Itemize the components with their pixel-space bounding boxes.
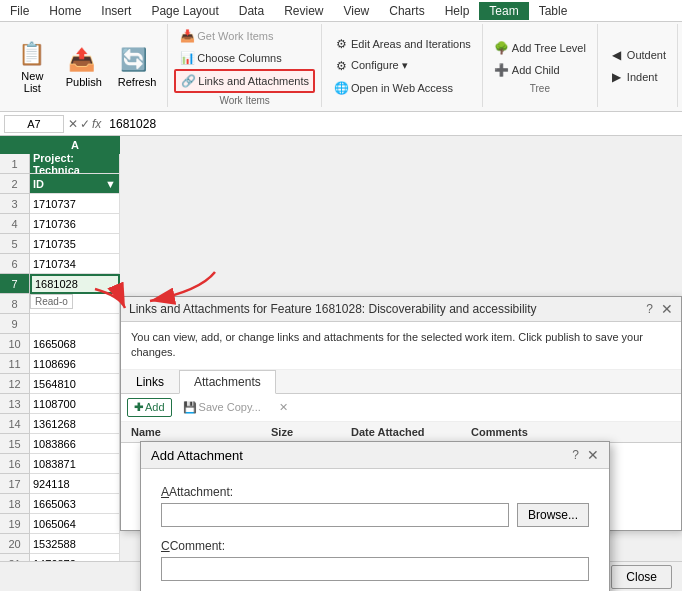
panel-info-text: You can view, add, or change links and a… — [121, 322, 681, 370]
row-num-14: 14 — [0, 414, 30, 434]
panel-help-icon[interactable]: ? — [646, 302, 653, 316]
row-num-20: 20 — [0, 534, 30, 554]
formula-cancel-icon[interactable]: ✕ — [68, 117, 78, 131]
col-date-header: Date Attached — [347, 424, 467, 440]
dialog-close-icon[interactable]: ✕ — [587, 447, 599, 463]
open-web-icon: 🌐 — [333, 80, 349, 96]
add-tree-level-button[interactable]: 🌳 Add Tree Level — [489, 37, 591, 59]
cell-a3[interactable]: 1710737 — [30, 194, 120, 214]
readonly-tooltip: Read-o — [30, 294, 73, 309]
cell-a19[interactable]: 1065064 — [30, 514, 120, 534]
publish-button[interactable]: 📤 Publish — [59, 39, 109, 93]
new-list-button[interactable]: 📋 New List — [8, 33, 57, 99]
panel-close-icon[interactable]: ✕ — [661, 301, 673, 317]
cell-a13[interactable]: 1108700 — [30, 394, 120, 414]
menu-home[interactable]: Home — [39, 2, 91, 20]
cell-a14[interactable]: 1361268 — [30, 414, 120, 434]
open-web-button[interactable]: 🌐 Open in Web Access — [328, 77, 476, 99]
cell-a5[interactable]: 1710735 — [30, 234, 120, 254]
menu-table[interactable]: Table — [529, 2, 578, 20]
get-work-items-button[interactable]: 📥 Get Work Items — [174, 25, 315, 47]
comment-input[interactable] — [161, 557, 589, 581]
row-num-16: 16 — [0, 454, 30, 474]
new-list-icon: 📋 — [15, 38, 47, 70]
cell-a7[interactable]: 1681028 — [30, 274, 120, 294]
menu-file[interactable]: File — [0, 2, 39, 20]
row-num-18: 18 — [0, 494, 30, 514]
menu-view[interactable]: View — [333, 2, 379, 20]
menu-data[interactable]: Data — [229, 2, 274, 20]
cell-a17[interactable]: 924118 — [30, 474, 120, 494]
table-row: 1 Project: Technica — [0, 154, 120, 174]
add-child-icon: ➕ — [494, 62, 510, 78]
table-row: 3 1710737 — [0, 194, 120, 214]
spreadsheet: A 1 Project: Technica 2 ID ▼ 3 1710737 4… — [0, 136, 120, 561]
save-copy-button[interactable]: 💾 Save Copy... — [176, 398, 268, 417]
dialog-titlebar: Add Attachment ? ✕ — [141, 442, 609, 469]
menu-page-layout[interactable]: Page Layout — [141, 2, 228, 20]
cell-a18[interactable]: 1665063 — [30, 494, 120, 514]
cell-reference[interactable] — [4, 115, 64, 133]
add-button[interactable]: ✚ Add — [127, 398, 172, 417]
tab-links[interactable]: Links — [121, 370, 179, 394]
outdent-button[interactable]: ◀ Outdent — [604, 44, 671, 66]
cell-a6[interactable]: 1710734 — [30, 254, 120, 274]
cell-a11[interactable]: 1108696 — [30, 354, 120, 374]
formula-confirm-icon[interactable]: ✓ — [80, 117, 90, 131]
dialog-help-icon[interactable]: ? — [572, 448, 579, 462]
table-row: 11 1108696 — [0, 354, 120, 374]
tab-attachments[interactable]: Attachments — [179, 370, 276, 394]
panel-toolbar: ✚ Add 💾 Save Copy... ✕ — [121, 394, 681, 422]
attachment-input-row: Browse... — [161, 503, 589, 527]
cell-a4[interactable]: 1710736 — [30, 214, 120, 234]
formula-input[interactable] — [105, 115, 678, 133]
edit-areas-button[interactable]: ⚙ Edit Areas and Iterations — [328, 33, 476, 55]
row-num-9: 9 — [0, 314, 30, 334]
refresh-icon: 🔄 — [118, 44, 150, 76]
menu-charts[interactable]: Charts — [379, 2, 434, 20]
menu-bar: File Home Insert Page Layout Data Review… — [0, 0, 682, 22]
table-row: 16 1083871 — [0, 454, 120, 474]
table-row: 13 1108700 — [0, 394, 120, 414]
refresh-button[interactable]: 🔄 Refresh — [111, 39, 164, 93]
publish-icon: 📤 — [66, 44, 98, 76]
menu-team[interactable]: Team — [479, 2, 528, 20]
cell-a2[interactable]: ID ▼ — [30, 174, 120, 194]
panel-tabs: Links Attachments — [121, 370, 681, 394]
panel-controls: ? ✕ — [646, 301, 673, 317]
menu-insert[interactable]: Insert — [91, 2, 141, 20]
menu-review[interactable]: Review — [274, 2, 333, 20]
cell-a20[interactable]: 1532588 — [30, 534, 120, 554]
cell-a9[interactable] — [30, 314, 120, 334]
table-row: 15 1083866 — [0, 434, 120, 454]
table-row: 2 ID ▼ — [0, 174, 120, 194]
attachment-input[interactable] — [161, 503, 509, 527]
cell-a16[interactable]: 1083871 — [30, 454, 120, 474]
cell-a15[interactable]: 1083866 — [30, 434, 120, 454]
col-a-header[interactable]: A — [30, 136, 120, 154]
close-button-bottom[interactable]: Close — [611, 565, 672, 589]
row-num-11: 11 — [0, 354, 30, 374]
row-num-6: 6 — [0, 254, 30, 274]
delete-icon: ✕ — [279, 401, 288, 414]
delete-attachment-button[interactable]: ✕ — [272, 398, 295, 417]
menu-help[interactable]: Help — [435, 2, 480, 20]
add-child-button[interactable]: ➕ Add Child — [489, 59, 591, 81]
row-num-3: 3 — [0, 194, 30, 214]
table-row: 21 1476872 — [0, 554, 120, 561]
row-num-19: 19 — [0, 514, 30, 534]
cell-a10[interactable]: 1665068 — [30, 334, 120, 354]
cell-a12[interactable]: 1564810 — [30, 374, 120, 394]
col-name-header: Name — [127, 424, 267, 440]
choose-columns-button[interactable]: 📊 Choose Columns — [174, 47, 315, 69]
browse-button[interactable]: Browse... — [517, 503, 589, 527]
cell-a21[interactable]: 1476872 — [30, 554, 120, 561]
outdent-icon: ◀ — [609, 47, 625, 63]
indent-button[interactable]: ▶ Indent — [604, 66, 671, 88]
get-work-items-icon: 📥 — [179, 28, 195, 44]
links-icon: 🔗 — [180, 73, 196, 89]
links-attachments-button[interactable]: 🔗 Links and Attachments — [174, 69, 315, 93]
cell-a1[interactable]: Project: Technica — [30, 154, 120, 174]
configure-button[interactable]: ⚙ Configure ▾ — [328, 55, 476, 77]
row-num-13: 13 — [0, 394, 30, 414]
